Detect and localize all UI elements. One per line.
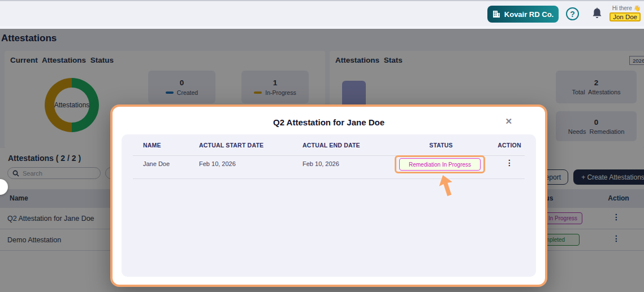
building-icon xyxy=(492,10,500,18)
company-button[interactable]: Kovair RD Co. xyxy=(487,6,559,23)
company-button-label: Kovair RD Co. xyxy=(504,10,554,19)
modal-cell-end-date: Feb 10, 2026 xyxy=(302,160,339,167)
modal-title: Q2 Attestation for Jane Doe xyxy=(113,117,545,127)
modal-col-status: STATUS xyxy=(407,142,475,149)
attestation-detail-modal: Q2 Attestation for Jane Doe ✕ NAME ACTUA… xyxy=(110,104,547,287)
modal-table: NAME ACTUAL START DATE ACTUAL END DATE S… xyxy=(122,134,536,277)
user-greeting: Hi there 👋 Jon Doe xyxy=(610,5,641,21)
modal-cell-start-date: Feb 10, 2026 xyxy=(199,160,236,167)
modal-col-action: ACTION xyxy=(492,142,527,149)
top-navbar: Kovair RD Co. ? Hi there 👋 Jon Doe xyxy=(0,0,644,26)
modal-col-start: ACTUAL START DATE xyxy=(199,142,263,149)
kebab-menu-icon[interactable]: ⋮ xyxy=(505,158,514,167)
wave-emoji-icon: 👋 xyxy=(634,5,641,11)
modal-col-end: ACTUAL END DATE xyxy=(302,142,360,149)
modal-cell-name: Jane Doe xyxy=(143,160,170,167)
close-icon[interactable]: ✕ xyxy=(505,116,512,127)
greeting-text: Hi there xyxy=(612,5,632,11)
user-name-badge[interactable]: Jon Doe xyxy=(610,12,641,21)
help-icon[interactable]: ? xyxy=(566,7,579,20)
notification-bell-icon[interactable] xyxy=(591,7,603,22)
remediation-status-badge[interactable]: Remediation In Progress xyxy=(399,158,481,171)
app-screen: Attestations Current Attestations Status… xyxy=(0,0,644,292)
modal-col-name: NAME xyxy=(143,142,161,149)
divider xyxy=(133,178,525,179)
